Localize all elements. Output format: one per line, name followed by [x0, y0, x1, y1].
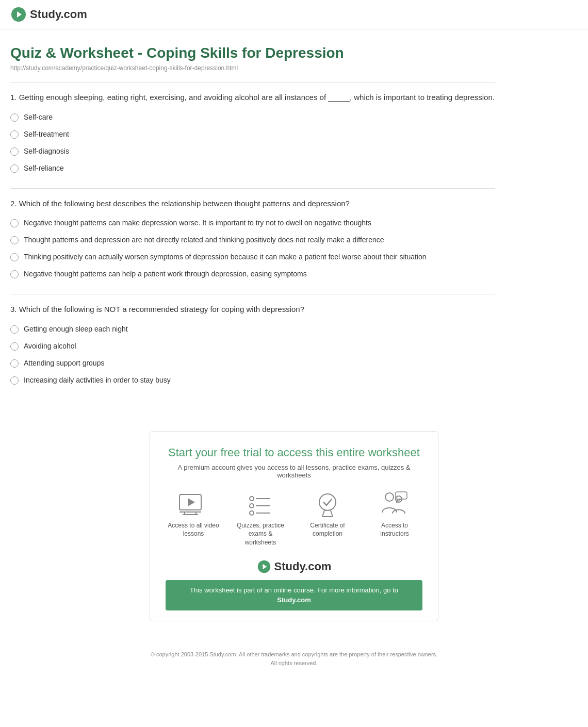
- promo-subtitle: A premium account gives you access to al…: [166, 464, 422, 479]
- divider-q2: [10, 294, 495, 294]
- option-label: Thought patterns and depression are not …: [24, 236, 384, 244]
- radio-q3-c[interactable]: [10, 359, 19, 368]
- quizzes-label: Quizzes, practice exams & worksheets: [235, 521, 286, 547]
- promo-banner-text: This worksheet is part of an online cour…: [190, 586, 398, 594]
- site-logo[interactable]: Study.com: [10, 6, 87, 23]
- list-item[interactable]: Getting enough sleep each night: [10, 325, 495, 334]
- promo-banner-link[interactable]: Study.com: [277, 596, 311, 604]
- svg-point-18: [385, 493, 394, 501]
- question-3-text: 3. Which of the following is NOT a recom…: [10, 304, 495, 316]
- radio-q1-c[interactable]: [10, 147, 19, 156]
- certificate-label: Certificate of completion: [302, 521, 353, 539]
- divider-top: [10, 82, 495, 82]
- option-label: Negative thought patterns can help a pat…: [24, 270, 307, 278]
- question-1: 1. Getting enough sleeping, eating right…: [10, 92, 495, 173]
- question-3: 3. Which of the following is NOT a recom…: [10, 304, 495, 385]
- list-item[interactable]: Attending support groups: [10, 359, 495, 368]
- question-2-text: 2. Which of the following best describes…: [10, 198, 495, 210]
- list-item[interactable]: Self-reliance: [10, 164, 495, 173]
- promo-feature-instructors: Access to instructors: [369, 491, 420, 547]
- radio-q3-b[interactable]: [10, 342, 19, 351]
- instructors-label: Access to instructors: [369, 521, 420, 539]
- list-item[interactable]: Self-diagnosis: [10, 147, 495, 156]
- svg-point-10: [250, 511, 254, 515]
- footer-text: © copyright 2003-2015 Study.com. All oth…: [8, 650, 580, 659]
- list-item[interactable]: Thought patterns and depression are not …: [10, 236, 495, 244]
- svg-line-15: [322, 510, 324, 517]
- question-2-options: Negative thought patterns can make depre…: [10, 219, 495, 278]
- video-icon: [178, 491, 209, 517]
- list-item[interactable]: Avoiding alcohol: [10, 342, 495, 351]
- page-title: Quiz & Worksheet - Coping Skills for Dep…: [10, 45, 495, 61]
- radio-q3-d[interactable]: [10, 376, 19, 385]
- option-label: Self-diagnosis: [24, 147, 69, 155]
- list-icon: [245, 491, 276, 517]
- page-url: http://study.com/academy/practice/quiz-w…: [10, 64, 495, 72]
- option-label: Self-reliance: [24, 164, 64, 172]
- svg-point-14: [319, 494, 336, 510]
- promo-logo-text: Study.com: [274, 560, 332, 573]
- radio-q1-b[interactable]: [10, 130, 19, 139]
- question-1-options: Self-care Self-treatment Self-diagnosis …: [10, 113, 495, 173]
- radio-q1-a[interactable]: [10, 113, 19, 122]
- radio-q1-d[interactable]: [10, 164, 19, 173]
- list-item[interactable]: Self-treatment: [10, 130, 495, 139]
- radio-q2-c[interactable]: [10, 253, 19, 261]
- certificate-icon: [312, 491, 343, 517]
- promo-feature-quizzes: Quizzes, practice exams & worksheets: [235, 491, 286, 547]
- option-label: Thinking positively can actually worsen …: [24, 253, 427, 261]
- promo-logo: Study.com: [166, 559, 422, 574]
- video-label: Access to all video lessons: [168, 521, 219, 539]
- svg-point-8: [250, 497, 254, 501]
- option-label: Negative thought patterns can make depre…: [24, 219, 371, 227]
- logo-icon: [10, 6, 27, 23]
- question-3-options: Getting enough sleep each night Avoiding…: [10, 325, 495, 385]
- person-icon: [379, 491, 410, 517]
- list-item[interactable]: Negative thought patterns can help a pat…: [10, 270, 495, 278]
- svg-point-9: [250, 504, 254, 508]
- footer-text2: All rights reserved.: [8, 659, 580, 668]
- divider-q1: [10, 188, 495, 189]
- list-item[interactable]: Increasing daily activities in order to …: [10, 376, 495, 385]
- radio-q2-b[interactable]: [10, 236, 19, 244]
- option-label: Avoiding alcohol: [24, 342, 76, 350]
- question-1-text: 1. Getting enough sleeping, eating right…: [10, 92, 495, 104]
- promo-box: Start your free trial to access this ent…: [150, 431, 438, 621]
- svg-marker-7: [188, 498, 195, 506]
- option-label: Getting enough sleep each night: [24, 325, 128, 333]
- radio-q2-d[interactable]: [10, 270, 19, 278]
- option-label: Attending support groups: [24, 359, 104, 367]
- list-item[interactable]: Thinking positively can actually worsen …: [10, 253, 495, 261]
- option-label: Self-care: [24, 113, 53, 121]
- footer: © copyright 2003-2015 Study.com. All oth…: [0, 642, 588, 676]
- promo-title: Start your free trial to access this ent…: [166, 446, 422, 459]
- logo-text: Study.com: [30, 8, 87, 21]
- question-2: 2. Which of the following best describes…: [10, 198, 495, 279]
- list-item[interactable]: Negative thought patterns can make depre…: [10, 219, 495, 227]
- list-item[interactable]: Self-care: [10, 113, 495, 122]
- option-label: Increasing daily activities in order to …: [24, 376, 171, 384]
- promo-banner: This worksheet is part of an online cour…: [166, 580, 422, 610]
- option-label: Self-treatment: [24, 130, 69, 138]
- svg-line-16: [331, 510, 333, 517]
- promo-features: Access to all video lessons Quizzes, pra…: [166, 491, 422, 547]
- site-header: Study.com: [0, 0, 588, 29]
- radio-q2-a[interactable]: [10, 219, 19, 227]
- promo-logo-icon: [257, 559, 271, 574]
- promo-feature-video: Access to all video lessons: [168, 491, 219, 547]
- promo-feature-certificate: Certificate of completion: [302, 491, 353, 547]
- main-content: Quiz & Worksheet - Coping Skills for Dep…: [0, 29, 505, 410]
- radio-q3-a[interactable]: [10, 325, 19, 334]
